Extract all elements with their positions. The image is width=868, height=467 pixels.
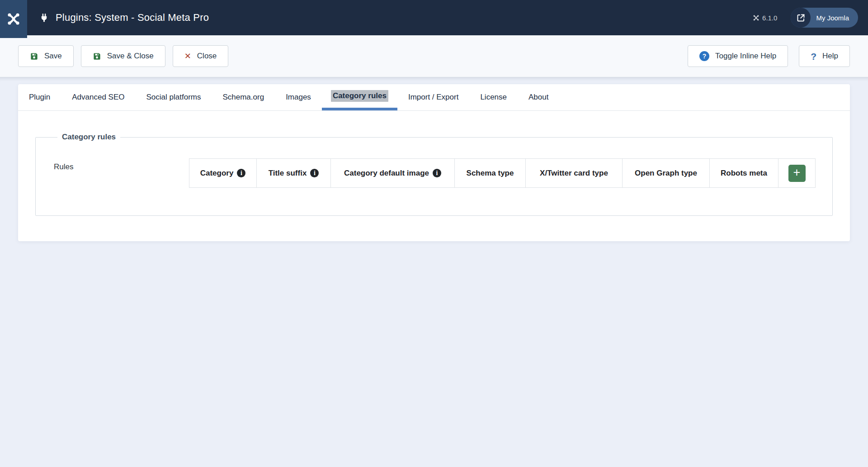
my-joomla-button[interactable]: My Joomla: [791, 8, 858, 28]
tab-label: Category rules: [331, 90, 388, 102]
header-bar: Plugins: System - Social Meta Pro: [0, 0, 868, 35]
tab-label: Advanced SEO: [70, 91, 126, 103]
tab-label: Schema.org: [221, 91, 266, 103]
add-rule-button[interactable]: +: [788, 165, 806, 182]
column-label: Title suffix: [269, 169, 307, 178]
column-label: X/Twitter card type: [540, 169, 608, 178]
table-column-header: Open Graph type: [623, 159, 710, 187]
tab-schema-org[interactable]: Schema.org: [212, 84, 275, 110]
close-label: Close: [197, 52, 217, 61]
joomla-version-icon: [753, 14, 760, 21]
rules-table-header: Category i Title suffix i Category defau…: [189, 158, 816, 188]
tab-bar: Plugin Advanced SEO Social platforms Sch…: [18, 84, 850, 111]
info-icon[interactable]: i: [310, 169, 319, 177]
close-button[interactable]: ✕ Close: [173, 45, 229, 67]
toggle-inline-help-label: Toggle Inline Help: [715, 52, 776, 61]
plugin-edit-card: Plugin Advanced SEO Social platforms Sch…: [18, 84, 850, 241]
external-link-icon: [791, 8, 811, 28]
content-area: Plugin Advanced SEO Social platforms Sch…: [0, 77, 868, 467]
tab-license[interactable]: License: [469, 84, 518, 110]
tab-label: License: [478, 91, 509, 103]
circle-question-icon: ?: [699, 51, 709, 61]
tab-about[interactable]: About: [518, 84, 559, 110]
joomla-logo-tile[interactable]: [0, 0, 27, 38]
save-button[interactable]: Save: [18, 45, 74, 67]
category-rules-panel: Category rules Rules Category i Title su…: [18, 133, 850, 216]
toolbar: Save Save & Close ✕ Close ? Toggle Inlin…: [0, 35, 868, 77]
column-label: Open Graph type: [635, 169, 697, 178]
plus-icon: +: [793, 167, 801, 179]
table-column-header: Title suffix i: [257, 159, 331, 187]
fieldset-legend: Category rules: [57, 133, 120, 142]
version-number: 6.1.0: [762, 14, 777, 22]
page-title: Plugins: System - Social Meta Pro: [56, 12, 209, 24]
save-icon: [30, 52, 38, 61]
help-button[interactable]: ? Help: [799, 45, 850, 67]
table-column-header: Category default image i: [331, 159, 455, 187]
save-and-close-button[interactable]: Save & Close: [81, 45, 165, 67]
column-label: Robots meta: [721, 169, 767, 178]
toggle-inline-help-button[interactable]: ? Toggle Inline Help: [688, 45, 788, 67]
tab-category-rules[interactable]: Category rules: [322, 84, 397, 110]
save-label: Save: [44, 52, 62, 61]
tab-label: Images: [284, 91, 313, 103]
column-label: Category default image: [344, 169, 429, 178]
rules-field-label: Rules: [36, 142, 189, 188]
plug-icon: [39, 13, 49, 23]
tab-label: About: [527, 91, 550, 103]
info-icon[interactable]: i: [433, 169, 441, 177]
tab-images[interactable]: Images: [275, 84, 322, 110]
tab-label: Social platforms: [145, 91, 203, 103]
my-joomla-label: My Joomla: [816, 14, 849, 22]
table-column-header: Category i: [189, 159, 257, 187]
category-rules-fieldset: Category rules Rules Category i Title su…: [35, 133, 833, 216]
tab-plugin[interactable]: Plugin: [18, 84, 61, 110]
table-column-header: Robots meta: [710, 159, 778, 187]
tab-label: Import / Export: [406, 91, 460, 103]
tab-label: Plugin: [27, 91, 52, 103]
save-and-close-label: Save & Close: [107, 52, 154, 61]
table-column-header: X/Twitter card type: [526, 159, 623, 187]
joomla-logo-icon: [6, 12, 21, 26]
info-icon[interactable]: i: [237, 169, 245, 177]
save-icon: [93, 52, 101, 61]
column-label: Schema type: [467, 169, 514, 178]
tab-advanced-seo[interactable]: Advanced SEO: [61, 84, 135, 110]
close-icon: ✕: [184, 52, 191, 60]
column-label: Category: [200, 169, 234, 178]
version-badge: 6.1.0: [753, 14, 777, 22]
tab-import-export[interactable]: Import / Export: [397, 84, 469, 110]
tab-social-platforms[interactable]: Social platforms: [136, 84, 212, 110]
question-icon: ?: [811, 52, 816, 61]
table-column-header: Schema type: [455, 159, 526, 187]
help-label: Help: [822, 52, 838, 61]
add-rule-cell: +: [778, 159, 815, 187]
